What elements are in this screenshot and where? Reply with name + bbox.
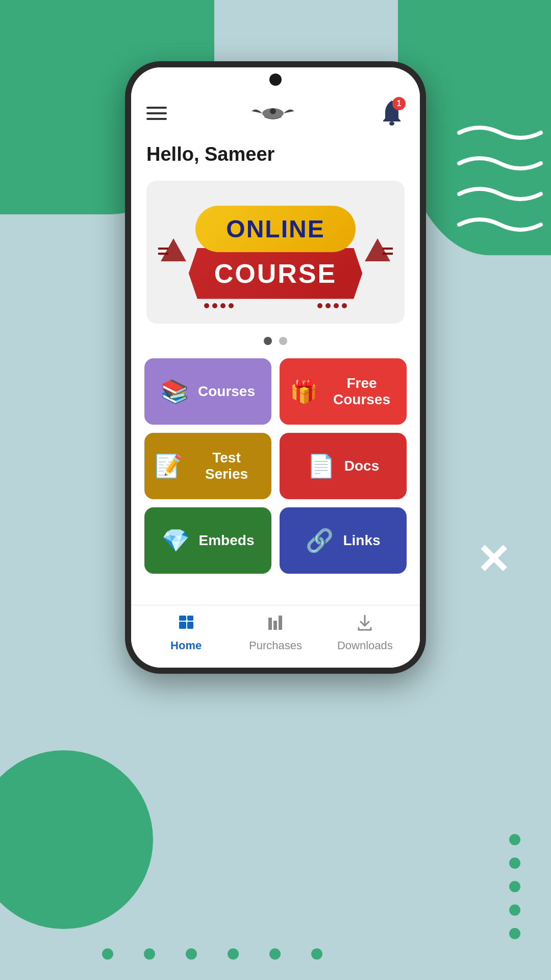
courses-label: Courses xyxy=(198,383,255,400)
camera-notch xyxy=(269,74,282,86)
free-courses-button[interactable]: 🎁 Free Courses xyxy=(280,358,407,425)
svg-rect-10 xyxy=(187,622,193,629)
svg-point-2 xyxy=(389,121,394,126)
bg-decoration-bottom-left xyxy=(0,750,153,929)
svg-point-1 xyxy=(270,108,276,114)
nav-purchases[interactable]: Purchases xyxy=(231,614,320,652)
hamburger-line-2 xyxy=(146,112,167,114)
purchases-icon xyxy=(266,614,285,636)
online-badge: ONLINE xyxy=(195,206,355,252)
course-text: COURSE xyxy=(214,258,337,289)
docs-icon: 📄 xyxy=(307,453,335,479)
embeds-button[interactable]: 💎 Embeds xyxy=(144,507,271,574)
banner: ONLINE COURSE xyxy=(146,181,405,324)
courses-button[interactable]: 📚 Courses xyxy=(144,358,271,425)
links-icon: 🔗 xyxy=(306,527,334,554)
phone-inner: 1 Hello, Sameer xyxy=(131,67,420,668)
svg-rect-15 xyxy=(279,616,282,630)
svg-marker-3 xyxy=(161,238,186,261)
test-series-button[interactable]: 📝 Test Series xyxy=(144,433,271,499)
embeds-icon: 💎 xyxy=(162,527,190,554)
notification-button[interactable]: 1 xyxy=(379,98,405,128)
svg-rect-13 xyxy=(268,618,272,630)
embeds-label: Embeds xyxy=(199,532,255,549)
test-series-label: Test Series xyxy=(192,450,261,482)
test-series-icon: 📝 xyxy=(155,453,183,479)
svg-rect-9 xyxy=(179,622,186,629)
hamburger-line-3 xyxy=(146,118,167,120)
phone-frame: 1 Hello, Sameer xyxy=(125,61,426,674)
svg-rect-14 xyxy=(273,621,277,630)
docs-label: Docs xyxy=(344,458,379,474)
svg-marker-6 xyxy=(365,238,390,261)
notification-badge: 1 xyxy=(392,97,406,110)
dots-decoration-bottom xyxy=(102,948,322,960)
logo xyxy=(247,101,298,126)
downloads-label: Downloads xyxy=(337,639,393,652)
free-courses-label: Free Courses xyxy=(327,375,396,408)
downloads-icon xyxy=(356,614,374,636)
home-label: Home xyxy=(170,639,202,652)
nav-home[interactable]: Home xyxy=(141,614,231,652)
indicator-dot-2[interactable] xyxy=(279,337,287,345)
indicator-dot-1[interactable] xyxy=(264,337,272,345)
course-badge: ONLINE COURSE xyxy=(189,206,362,299)
docs-button[interactable]: 📄 Docs xyxy=(280,433,407,499)
online-text: ONLINE xyxy=(226,215,324,243)
wave-decoration xyxy=(449,112,551,316)
svg-rect-12 xyxy=(187,616,193,621)
carousel-indicator xyxy=(131,329,420,353)
links-label: Links xyxy=(343,532,380,549)
free-courses-icon: 🎁 xyxy=(290,378,318,405)
menu-button[interactable] xyxy=(146,107,167,120)
nav-downloads[interactable]: Downloads xyxy=(320,614,410,652)
grid-menu: 📚 Courses 🎁 Free Courses 📝 Test Series 📄… xyxy=(131,353,420,582)
links-button[interactable]: 🔗 Links xyxy=(280,507,407,574)
bottom-nav: Home Purchases xyxy=(131,605,420,668)
logo-svg xyxy=(247,101,298,126)
hamburger-line-1 xyxy=(146,107,167,109)
app-content: 1 Hello, Sameer xyxy=(131,67,420,668)
x-decoration: ✕ xyxy=(476,536,510,583)
greeting-text: Hello, Sameer xyxy=(131,138,420,176)
svg-rect-11 xyxy=(179,616,186,621)
course-badge-diamond: COURSE xyxy=(189,248,362,299)
dots-decoration-right xyxy=(509,834,520,939)
courses-icon: 📚 xyxy=(161,378,189,405)
home-icon xyxy=(177,614,195,636)
purchases-label: Purchases xyxy=(249,639,302,652)
